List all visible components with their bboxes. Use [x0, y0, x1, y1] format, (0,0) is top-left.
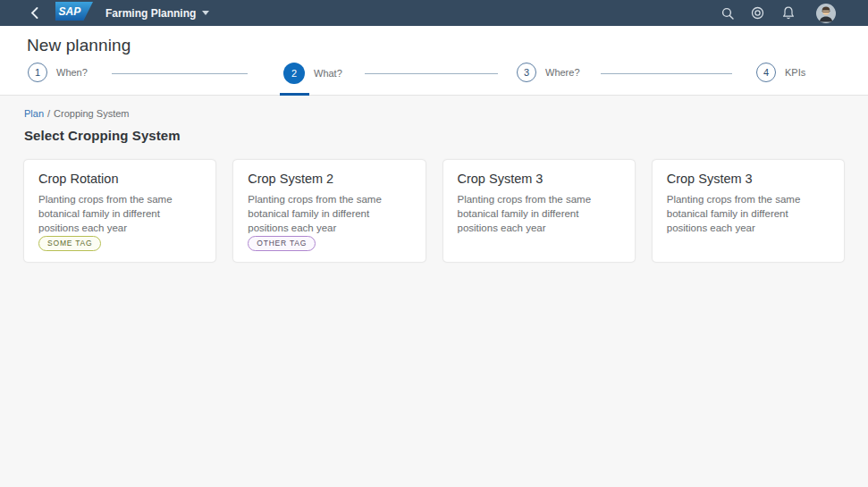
status-badge: SOME TAG: [38, 236, 101, 251]
bell-icon[interactable]: [781, 6, 795, 20]
sap-logo[interactable]: SAP: [55, 2, 93, 24]
step-kpis[interactable]: 4 KPIs: [756, 63, 805, 82]
step-where[interactable]: 3 Where?: [517, 63, 580, 82]
avatar[interactable]: [816, 4, 836, 23]
svg-text:SAP: SAP: [59, 5, 82, 18]
page-header: New planning 1 When? 2 What? 3 Where? 4 …: [0, 26, 868, 96]
shell-bar: SAP Farming Planning: [0, 0, 868, 26]
breadcrumb: Plan/Cropping System: [24, 108, 844, 119]
search-icon[interactable]: [721, 6, 734, 20]
step-when[interactable]: 1 When?: [28, 63, 88, 82]
step-1-label: When?: [56, 67, 88, 78]
step-2-label: What?: [314, 68, 342, 79]
step-1-circle: 1: [28, 63, 47, 82]
card-description: Planting crops from the same botanical f…: [38, 193, 201, 236]
card-description: Planting crops from the same botanical f…: [248, 193, 410, 236]
card-title: Crop System 3: [667, 172, 830, 186]
back-icon[interactable]: [27, 6, 41, 21]
card-title: Crop Rotation: [38, 172, 201, 186]
card-description: Planting crops from the same botanical f…: [667, 193, 830, 236]
step-3-label: Where?: [545, 67, 580, 78]
card-crop-system-3b[interactable]: Crop System 3 Planting crops from the sa…: [653, 160, 844, 262]
step-connector: [601, 73, 732, 74]
step-what[interactable]: 2 What?: [283, 63, 342, 84]
step-4-circle: 4: [756, 63, 776, 82]
card-crop-rotation[interactable]: Crop Rotation Planting crops from the sa…: [24, 160, 215, 262]
wizard-stepper: 1 When? 2 What? 3 Where? 4 KPIs: [0, 63, 868, 86]
step-2-circle: 2: [283, 63, 305, 84]
breadcrumb-plan-link[interactable]: Plan: [24, 108, 44, 119]
card-crop-system-3a[interactable]: Crop System 3 Planting crops from the sa…: [443, 160, 635, 262]
card-title: Crop System 3: [458, 172, 620, 186]
copilot-icon[interactable]: [751, 6, 764, 20]
section-title: Select Cropping System: [24, 128, 844, 143]
breadcrumb-separator: /: [47, 108, 50, 119]
step-4-label: KPIs: [785, 67, 805, 78]
breadcrumb-current: Cropping System: [54, 108, 129, 119]
step-3-circle: 3: [517, 63, 536, 82]
status-badge: OTHER TAG: [248, 236, 316, 251]
card-crop-system-2[interactable]: Crop System 2 Planting crops from the sa…: [233, 160, 425, 262]
app-title: Farming Planning: [105, 7, 196, 20]
app-title-menu[interactable]: Farming Planning: [105, 7, 209, 20]
step-connector: [365, 73, 498, 74]
active-step-indicator: [280, 93, 309, 96]
content-area: Plan/Cropping System Select Cropping Sys…: [0, 96, 868, 262]
card-title: Crop System 2: [248, 172, 410, 186]
chevron-down-icon: [202, 11, 209, 15]
card-list: Crop Rotation Planting crops from the sa…: [24, 160, 844, 262]
page-title: New planning: [0, 26, 868, 55]
card-description: Planting crops from the same botanical f…: [458, 193, 620, 236]
step-connector: [112, 73, 248, 74]
